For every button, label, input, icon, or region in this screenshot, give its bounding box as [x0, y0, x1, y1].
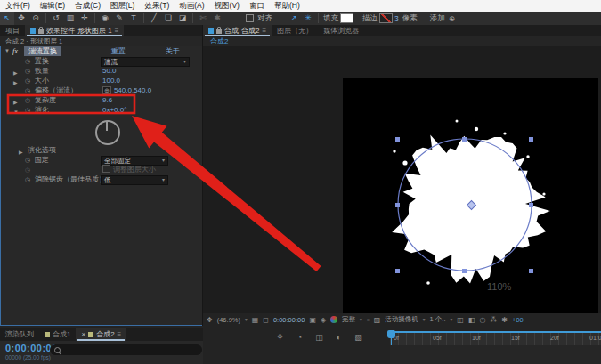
menu-help[interactable]: 帮助(H) — [274, 1, 300, 12]
tab-layer-viewer[interactable]: 图层（无） — [272, 25, 318, 36]
stopwatch-icon[interactable]: ◷ — [25, 85, 30, 95]
resize-layer-checkbox[interactable] — [102, 165, 110, 173]
magnification-value[interactable]: (46.9%) — [217, 316, 240, 324]
time-ruler[interactable]: 0f 05f 10f 15f 20f 01:00f — [390, 331, 601, 345]
convert-path-icon[interactable]: ✳ — [301, 12, 315, 25]
rotation-tool-icon[interactable]: ↺ — [49, 12, 63, 25]
lock-icon[interactable] — [216, 29, 222, 34]
snapshot-icon[interactable]: ▣ — [309, 316, 316, 324]
menu-animation[interactable]: 动画(A) — [179, 1, 204, 12]
effect-reset-link[interactable]: 重置 — [111, 46, 126, 56]
menu-layer[interactable]: 图层(L) — [110, 1, 134, 12]
stopwatch-icon[interactable]: ◷ — [25, 155, 30, 165]
pen-tool-icon[interactable]: ✎ — [112, 12, 126, 25]
grid-options-icon[interactable]: ▦ — [252, 316, 259, 324]
menu-file[interactable]: 文件(F) — [5, 1, 30, 12]
lock-icon[interactable] — [38, 29, 44, 34]
menu-window[interactable]: 窗口 — [249, 1, 264, 12]
stopwatch-icon[interactable]: ◷ — [25, 66, 30, 76]
fill-label[interactable]: 填充 — [323, 13, 338, 24]
antialiasing-dropdown[interactable]: 低 ▾ — [101, 175, 168, 185]
vertex-icon[interactable]: ↗ — [287, 12, 301, 25]
mask-toggle-icon[interactable]: ◻ — [263, 316, 269, 324]
frame-blend-icon[interactable]: ◫ — [312, 333, 327, 342]
group-label[interactable]: 演化选项 — [28, 145, 56, 155]
resolution-value[interactable]: 完整 — [342, 315, 355, 324]
tab-comp1[interactable]: 合成1 — [39, 328, 76, 341]
shape-tool-icon[interactable]: ◉ — [98, 12, 112, 25]
comp-viewer[interactable]: 110% — [203, 46, 601, 313]
hand-icon[interactable]: ✥ — [207, 316, 213, 324]
timeline-nav-icon[interactable]: ◷ — [479, 316, 485, 324]
menu-view[interactable]: 视图(V) — [215, 1, 240, 12]
work-area-bar[interactable] — [392, 331, 601, 333]
tab-effect-controls[interactable]: 效果控件 形状图层 1 ≡ — [25, 25, 124, 36]
stopwatch-icon[interactable]: ◷ — [25, 76, 30, 85]
motion-blur-icon[interactable]: ◐ — [331, 333, 346, 342]
eraser-tool-icon[interactable]: ◪ — [175, 12, 190, 25]
tab-media-browser[interactable]: 媒体浏览器 — [318, 25, 364, 36]
add-label[interactable]: 添加 — [430, 13, 445, 24]
crosshair-icon[interactable]: ⊕ — [102, 86, 111, 94]
stroke-width-value[interactable]: 3 — [394, 14, 399, 23]
twirl-open-icon[interactable]: ▼ — [4, 46, 10, 56]
tab-project[interactable]: 项目 — [0, 25, 25, 36]
brush-tool-icon[interactable]: ╱ — [147, 12, 161, 25]
stroke-label[interactable]: 描边 — [362, 13, 378, 24]
exposure-value[interactable]: +00 — [512, 316, 524, 324]
tab-composition[interactable]: 合成 合成2 ≡ — [203, 25, 272, 36]
close-icon[interactable]: × — [81, 330, 85, 338]
property-value[interactable]: 100.0 — [102, 76, 120, 85]
comp-canvas[interactable]: 110% — [343, 78, 598, 333]
tab-comp2[interactable]: × 合成2 ≡ — [76, 328, 126, 341]
show-snapshot-icon[interactable]: ◈ — [321, 316, 326, 324]
menu-composition[interactable]: 合成(C) — [75, 1, 101, 12]
evolution-dial[interactable] — [95, 120, 120, 145]
panel-menu-icon[interactable]: ≡ — [118, 330, 122, 338]
comp-navigator-crumb[interactable]: 合成2 — [203, 36, 601, 46]
panel-menu-icon[interactable]: ≡ — [115, 27, 119, 35]
roi-icon[interactable]: ▫ — [367, 316, 370, 324]
twirl-open-icon[interactable]: ▼ — [13, 108, 19, 117]
effect-name[interactable]: 湍流置换 — [24, 46, 61, 56]
add-icon[interactable]: ⊕ — [449, 14, 455, 23]
pan-behind-tool-icon[interactable]: ✛ — [77, 12, 92, 25]
fill-color-swatch[interactable] — [340, 13, 353, 23]
transparency-grid-icon[interactable]: ▨ — [374, 316, 381, 324]
graph-editor-icon[interactable]: ▧ — [351, 333, 366, 342]
shy-icon[interactable]: ◔ — [292, 333, 307, 342]
snap-checkbox[interactable] — [246, 14, 254, 22]
camera-tool-icon[interactable]: ▥ — [63, 12, 77, 25]
property-value[interactable]: 50.0 — [102, 66, 117, 76]
complexity-value[interactable]: 9.6 — [102, 95, 112, 105]
property-value[interactable]: 540.0,540.0 — [114, 86, 151, 94]
camera-view-value[interactable]: 活动摄像机 — [385, 315, 418, 324]
puppet-pin-tool-icon[interactable]: ✱ — [210, 12, 224, 25]
roto-brush-tool-icon[interactable]: ✄ — [196, 12, 210, 25]
stopwatch-icon[interactable]: ◷ — [25, 56, 30, 66]
selection-tool-icon[interactable]: ↖ — [0, 12, 14, 25]
menu-effect[interactable]: 效果(T) — [144, 1, 169, 12]
view-layout-value[interactable]: 1 个.. — [430, 315, 446, 324]
flowchart-icon[interactable]: ⁂ — [490, 316, 497, 324]
viewer-timecode[interactable]: 0:00:00:00 — [273, 316, 305, 324]
stopwatch-icon[interactable]: ◷ — [25, 95, 30, 105]
playhead[interactable] — [387, 330, 395, 338]
stopwatch-icon[interactable]: ◷ — [25, 174, 30, 184]
type-tool-icon[interactable]: T — [126, 12, 141, 25]
hand-tool-icon[interactable]: ✥ — [14, 12, 28, 25]
reset-exposure-icon[interactable]: ✱ — [501, 316, 508, 324]
fast-previews-icon[interactable]: ◧ — [468, 316, 475, 324]
effect-about-link[interactable]: 关于... — [166, 46, 186, 56]
stroke-color-swatch[interactable] — [379, 13, 393, 23]
stopwatch-icon[interactable]: ◷ — [25, 105, 30, 115]
timeline-search[interactable] — [50, 344, 202, 355]
effect-header[interactable]: ▼ fx 湍流置换 重置 关于... — [0, 46, 203, 56]
channels-icon[interactable] — [330, 316, 337, 323]
menu-edit[interactable]: 编辑(E) — [40, 1, 65, 12]
track-area[interactable] — [390, 345, 601, 364]
composition-mini-icon[interactable]: ⚘ — [272, 333, 288, 342]
clone-stamp-tool-icon[interactable]: ❏ — [161, 12, 175, 25]
panel-menu-icon[interactable]: ≡ — [262, 27, 266, 35]
tab-render-queue[interactable]: 渲染队列 — [0, 328, 39, 341]
